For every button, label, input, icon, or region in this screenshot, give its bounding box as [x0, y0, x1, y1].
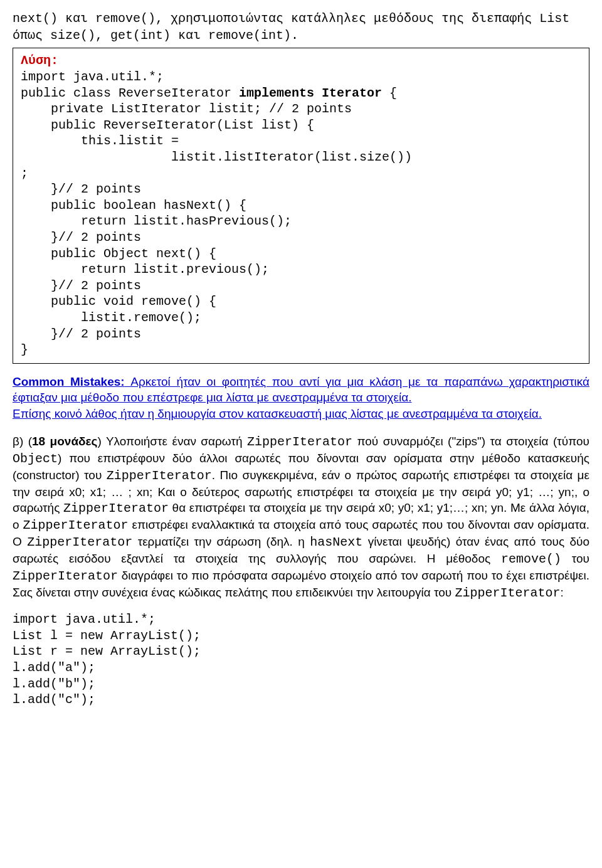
- client-list-r: List r = new ArrayList();: [13, 643, 589, 660]
- solution-label: Λύση:: [21, 52, 583, 69]
- code-ctor-1: public ReverseIterator(List list) {: [21, 117, 583, 134]
- code-import: import java.util.*;: [21, 69, 583, 85]
- common-mistakes-label: Common Mistakes:: [13, 375, 125, 388]
- intro-text: next() και remove(), χρησιμοποιώντας κατ…: [13, 10, 589, 44]
- code-next-2: return listit.previous();: [21, 262, 583, 278]
- client-code: import java.util.*; List l = new ArrayLi…: [13, 611, 589, 708]
- common-mistakes: Common Mistakes: Αρκετοί ήταν οι φοιτητέ…: [13, 374, 589, 422]
- code-remove-2: listit.remove();: [21, 310, 583, 326]
- solution-code-box: Λύση: import java.util.*; public class R…: [13, 48, 589, 364]
- code-hasnext-1: public boolean hasNext() {: [21, 198, 583, 214]
- client-import: import java.util.*;: [13, 611, 589, 628]
- client-add-b: l.add("b");: [13, 676, 589, 692]
- code-ctor-4: ;: [21, 166, 583, 182]
- common-mistakes-p2: Επίσης κοινό λάθος ήταν η δημιουργία στο…: [13, 407, 542, 420]
- code-end-3: }// 2 points: [21, 278, 583, 294]
- code-next-1: public Object next() {: [21, 246, 583, 262]
- code-class-decl: public class ReverseIterator implements …: [21, 85, 583, 102]
- code-end-1: }// 2 points: [21, 181, 583, 198]
- code-ctor-3: listit.listIterator(list.size()): [21, 149, 583, 166]
- code-field: private ListIterator listit; // 2 points: [21, 101, 583, 117]
- client-add-a: l.add("a");: [13, 660, 589, 676]
- intro-content: next() και remove(), χρησιμοποιώντας κατ…: [13, 11, 569, 43]
- code-remove-1: public void remove() {: [21, 294, 583, 310]
- client-list-l: List l = new ArrayList();: [13, 628, 589, 644]
- code-end-2: }// 2 points: [21, 230, 583, 246]
- code-end-4: }// 2 points: [21, 326, 583, 342]
- client-add-c: l.add("c");: [13, 692, 589, 708]
- code-hasnext-2: return listit.hasPrevious();: [21, 213, 583, 230]
- code-close: }: [21, 342, 583, 358]
- code-ctor-2: this.listit =: [21, 133, 583, 149]
- question-b-paragraph: β) (18 μονάδες) Υλοποιήστε έναν σαρωτή Z…: [13, 433, 589, 602]
